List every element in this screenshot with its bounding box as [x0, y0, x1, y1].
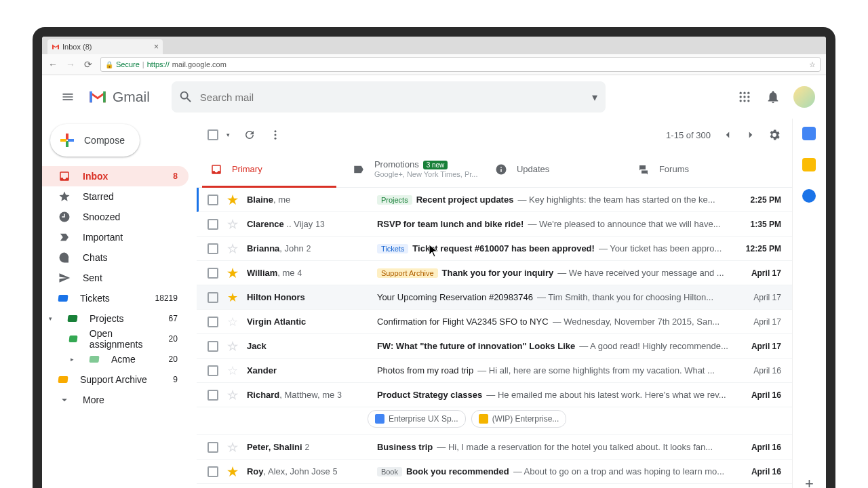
prev-page-button[interactable]	[722, 129, 734, 141]
close-tab-icon[interactable]: ×	[154, 42, 159, 52]
svg-point-0	[740, 92, 742, 94]
row-checkbox[interactable]	[208, 442, 218, 453]
row-checkbox[interactable]	[208, 466, 218, 477]
sidebar-item-label: Acme	[111, 354, 136, 365]
sidebar-item-more[interactable]: More	[42, 390, 189, 410]
account-avatar[interactable]	[793, 86, 815, 108]
email-row[interactable]: ☆ Xander Photos from my road trip — Hi a…	[197, 359, 792, 383]
bookmark-star-icon[interactable]: ☆	[809, 60, 816, 69]
sidebar-item-support-archive[interactable]: Support Archive9	[42, 369, 189, 390]
tasks-addon-icon[interactable]	[802, 189, 816, 203]
sidebar-item-sent[interactable]: Sent	[42, 268, 189, 288]
email-snippet: — He emailed me about his latest work. H…	[486, 390, 726, 400]
refresh-button[interactable]	[243, 129, 256, 141]
svg-point-4	[743, 96, 745, 98]
star-icon[interactable]: ☆	[226, 314, 239, 329]
notifications-icon[interactable]	[765, 89, 781, 105]
select-all-dropdown-icon[interactable]: ▾	[226, 131, 230, 138]
row-checkbox[interactable]	[208, 195, 218, 205]
sidebar-item-acme[interactable]: ▸Acme20	[42, 349, 189, 369]
more-icon	[58, 394, 71, 406]
row-checkbox[interactable]	[208, 341, 218, 352]
email-row[interactable]: ☆ Brianna, John2 TicketsTicket request #…	[197, 237, 792, 261]
sidebar-item-projects[interactable]: ▾Projects67	[42, 308, 189, 329]
row-checkbox[interactable]	[208, 390, 218, 401]
search-input[interactable]	[193, 92, 599, 103]
sidebar-item-chats[interactable]: Chats	[42, 247, 189, 268]
svg-point-11	[274, 138, 276, 140]
sidebar-item-count: 20	[169, 354, 178, 364]
star-icon[interactable]: ☆	[226, 388, 239, 403]
email-row[interactable]: ★ Blaine, me ProjectsRecent project upda…	[197, 188, 792, 212]
search-options-icon[interactable]: ▾	[592, 91, 597, 104]
compose-button[interactable]: Compose	[50, 124, 140, 157]
star-icon[interactable]: ☆	[226, 440, 239, 455]
attachment-chip[interactable]: Enterprise UX Sp...	[368, 410, 466, 428]
add-addon-icon[interactable]: +	[802, 475, 816, 488]
email-row[interactable]: ☆ Peter, Shalini2 Business trip — Hi, I …	[197, 435, 792, 460]
reload-button[interactable]: ⟳	[83, 59, 94, 70]
browser-tab-strip: Inbox (8) ×	[42, 37, 826, 54]
star-icon[interactable]: ★	[226, 464, 239, 479]
settings-gear-icon[interactable]	[768, 128, 781, 142]
email-snippet: — We have received your message and ...	[557, 268, 724, 278]
star-icon[interactable]: ☆	[226, 363, 239, 378]
sidebar-item-label: Starred	[83, 191, 114, 202]
star-icon[interactable]: ☆	[226, 241, 239, 256]
tab-badge: 3 new	[423, 161, 448, 169]
star-icon[interactable]: ★	[226, 290, 239, 305]
sidebar-item-starred[interactable]: Starred	[42, 186, 189, 207]
next-page-button[interactable]	[745, 129, 757, 141]
more-actions-icon[interactable]	[269, 129, 281, 141]
browser-tab[interactable]: Inbox (8) ×	[47, 39, 163, 54]
email-subject: Thank you for your inquiry	[442, 268, 554, 278]
sidebar-item-inbox[interactable]: Inbox8	[42, 166, 189, 186]
email-snippet: — Key highlights: the team has started o…	[517, 195, 715, 205]
category-tabs: PrimaryPromotions3 newGoogle+, New York …	[197, 151, 792, 188]
keep-addon-icon[interactable]	[802, 158, 816, 171]
star-icon[interactable]: ☆	[226, 217, 239, 232]
sidebar-item-tickets[interactable]: Tickets18219	[42, 288, 189, 308]
star-icon[interactable]: ★	[226, 192, 239, 207]
back-button[interactable]: ←	[47, 59, 58, 70]
search-box[interactable]: ▾	[172, 81, 606, 113]
attachment-chip[interactable]: (WIP) Enterprise...	[471, 410, 567, 428]
email-row[interactable]: ☆ Jack FW: What "the future of innovatio…	[197, 334, 792, 359]
omnibox[interactable]: 🔒 Secure | https://mail.google.com ☆	[100, 57, 821, 72]
row-checkbox[interactable]	[208, 268, 218, 279]
gmail-logo[interactable]: Gmail	[88, 89, 150, 105]
row-checkbox[interactable]	[208, 317, 218, 327]
sidebar-item-count: 20	[169, 334, 178, 344]
email-row[interactable]: ★ Hilton Honors Your Upcoming Reservatio…	[197, 285, 792, 310]
label-icon	[89, 356, 99, 363]
email-subject: Photos from my road trip	[377, 365, 473, 375]
apps-grid-icon[interactable]	[736, 89, 753, 105]
email-row[interactable]: ☆ Clarence .. Vijay13 RSVP for team lunc…	[197, 212, 792, 237]
star-icon[interactable]: ☆	[226, 339, 239, 354]
row-checkbox[interactable]	[208, 365, 218, 376]
star-icon[interactable]: ★	[226, 266, 239, 281]
tab-primary[interactable]: Primary	[202, 151, 344, 187]
email-row[interactable]: ☆ Virgin Atlantic Confirmation for Fligh…	[197, 310, 792, 334]
sidebar-item-open-assignments[interactable]: Open assignments20	[42, 329, 189, 349]
file-icon	[375, 414, 384, 424]
email-row[interactable]: ★ William, me4 Support ArchiveThank you …	[197, 261, 792, 285]
row-checkbox[interactable]	[208, 243, 218, 254]
sidebar-item-important[interactable]: Important	[42, 227, 189, 247]
tab-updates[interactable]: Updates	[487, 151, 629, 187]
sidebar-item-label: Important	[83, 232, 123, 243]
tab-promotions[interactable]: Promotions3 newGoogle+, New York Times, …	[344, 151, 487, 187]
email-date: 2:25 PM	[736, 195, 781, 205]
gmail-logo-icon	[88, 89, 107, 104]
forward-button[interactable]: →	[65, 59, 76, 70]
email-row[interactable]: ☆ Richard, Matthew, me3 Product Strategy…	[197, 383, 792, 407]
calendar-addon-icon[interactable]	[802, 127, 816, 140]
row-checkbox[interactable]	[208, 292, 218, 303]
email-row[interactable]: ★ Roy, Alex, John Jose5 BookBook you rec…	[197, 460, 792, 484]
row-checkbox[interactable]	[208, 219, 218, 230]
tab-forums[interactable]: Forums	[629, 151, 772, 187]
main-menu-button[interactable]	[53, 82, 83, 112]
sidebar-item-snoozed[interactable]: Snoozed	[42, 207, 189, 227]
email-sender: William, me4	[247, 268, 369, 278]
select-all-checkbox[interactable]	[208, 129, 218, 140]
